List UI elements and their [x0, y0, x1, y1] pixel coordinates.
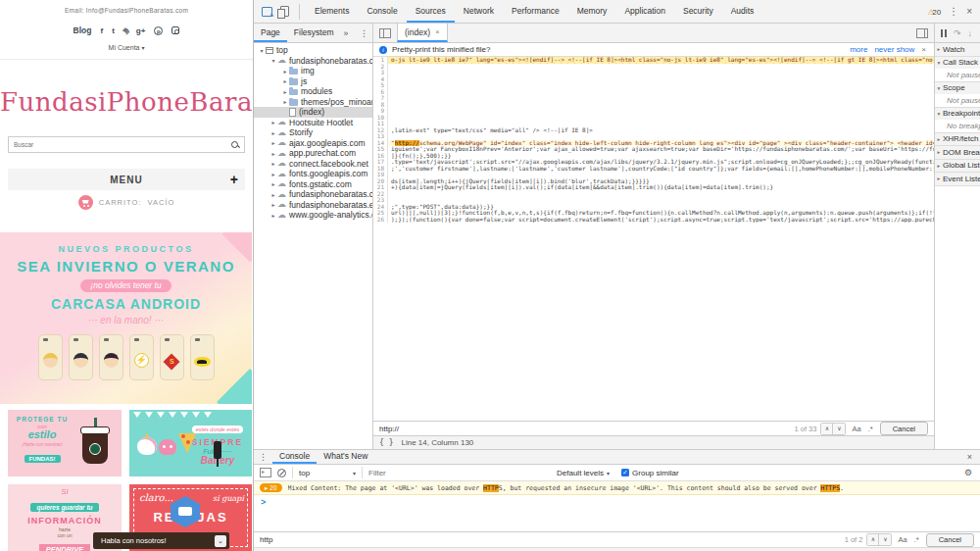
- pause-script-icon[interactable]: [941, 29, 947, 37]
- inspect-element-icon[interactable]: [262, 7, 272, 17]
- chat-collapse-icon[interactable]: ⌄: [215, 535, 226, 547]
- email-link[interactable]: Email: Info@FundasiPhoneBaratas.com: [0, 0, 253, 14]
- facebook-icon[interactable]: f: [100, 26, 103, 35]
- step-over-icon[interactable]: ↷: [954, 28, 961, 38]
- infobar-never-link[interactable]: never show: [874, 45, 914, 54]
- devtools-close-icon[interactable]: ×: [966, 6, 972, 17]
- regex-toggle[interactable]: .*: [914, 535, 919, 544]
- debugger-section-header[interactable]: ▾ Scope: [935, 82, 980, 95]
- tree-item[interactable]: ▸ fundasiphonebaratas.es: [254, 200, 372, 211]
- instagram-icon[interactable]: [172, 26, 179, 34]
- tree-item[interactable]: ▸ Hootsuite Hootlet: [254, 118, 372, 128]
- navigator-menu-icon[interactable]: ⋮: [360, 24, 372, 42]
- tree-item[interactable]: ▸ fonts.gstatic.com: [254, 179, 372, 190]
- group-similar-control[interactable]: ✓ Group similar: [621, 469, 679, 477]
- search-cancel-button[interactable]: Cancel: [880, 422, 928, 435]
- warnings-indicator[interactable]: ⚠ 20: [928, 7, 942, 17]
- console-sidebar-icon[interactable]: [260, 468, 271, 477]
- previous-match-button[interactable]: ∧: [821, 424, 833, 434]
- pretty-print-icon[interactable]: { }: [379, 438, 393, 447]
- drawer-close-icon[interactable]: ×: [967, 450, 980, 464]
- drawer-menu-icon[interactable]: ⋮: [254, 450, 272, 464]
- account-menu[interactable]: Mi Cuenta ▾: [0, 44, 253, 51]
- navigator-tab[interactable]: Filesystem: [287, 24, 341, 42]
- search-input[interactable]: [9, 141, 230, 148]
- debugger-sidebar-toggle-icon[interactable]: [916, 28, 928, 38]
- debugger-section-header[interactable]: ▸ Event Listener Breakpoints: [935, 173, 980, 185]
- debugger-section-header[interactable]: ▸ XHR/fetch Breakpoints: [935, 133, 980, 146]
- infobar-more-link[interactable]: more: [850, 45, 867, 54]
- next-match-button[interactable]: ∨: [879, 534, 891, 545]
- debugger-section-header[interactable]: ▾ Call Stack: [935, 57, 980, 70]
- devtools-tab[interactable]: Audits: [722, 0, 763, 23]
- console-warning-message[interactable]: ▸20 Mixed Content: The page at '<URL>' w…: [254, 481, 980, 495]
- pinterest-icon[interactable]: p: [154, 26, 163, 35]
- navigator-tab[interactable]: Page: [254, 24, 287, 42]
- banner-battery[interactable]: estés donde estés SIEMPRE Full ······· B…: [129, 410, 252, 476]
- match-case-toggle[interactable]: Aa: [852, 425, 860, 433]
- devtools-tab[interactable]: Network: [455, 0, 503, 23]
- previous-match-button[interactable]: ∧: [867, 534, 879, 545]
- tree-item[interactable]: ▾ fundasiphonebaratas.com: [254, 56, 372, 67]
- next-match-button[interactable]: ∨: [833, 424, 845, 434]
- code-line[interactable]: 26 );});(function(){var done=false;var s…: [373, 217, 934, 224]
- console-tab[interactable]: Console: [272, 450, 317, 464]
- console-search-input[interactable]: [254, 535, 845, 544]
- editor-file-tab[interactable]: (index) ×: [397, 24, 448, 42]
- devtools-tab[interactable]: Console: [358, 0, 406, 23]
- cart-row[interactable]: CARRITO: VACÍO: [0, 195, 253, 210]
- tree-item[interactable]: ▸ fonts.googleapis.com: [254, 169, 372, 179]
- device-toolbar-icon[interactable]: [280, 6, 289, 17]
- regex-toggle[interactable]: .*: [868, 425, 873, 433]
- devtools-menu-icon[interactable]: ⋮: [949, 6, 958, 17]
- infobar-close-icon[interactable]: ×: [921, 45, 926, 54]
- tree-item[interactable]: ▸ Storify: [254, 127, 372, 138]
- log-levels-select[interactable]: Default levels ▾: [557, 469, 610, 477]
- console-filter-input[interactable]: [368, 469, 545, 477]
- banner-fundas[interactable]: PROTEGE TU con estilo ¡Hazte con nuestra…: [8, 410, 122, 476]
- console-tab[interactable]: What's New: [317, 450, 374, 464]
- devtools-tab[interactable]: Memory: [568, 0, 616, 23]
- chat-widget[interactable]: Habla con nosotros! ⌄: [93, 532, 229, 549]
- code-editor[interactable]: 1 o-js lt-ie9 lt-ie8 ie7" lang="es-es"><…: [373, 57, 934, 421]
- tree-item[interactable]: ▸ ajax.googleapis.com: [254, 138, 372, 149]
- twitter-icon[interactable]: t: [112, 26, 115, 35]
- devtools-tab[interactable]: Application: [615, 0, 674, 23]
- clear-console-icon[interactable]: [277, 469, 286, 477]
- tree-item[interactable]: ▸ fundasiphonebaratas.com: [254, 189, 372, 200]
- line-number[interactable]: 26: [373, 217, 388, 224]
- tab-close-icon[interactable]: ×: [435, 27, 440, 36]
- navigator-toggle-icon[interactable]: [379, 28, 391, 38]
- step-into-icon[interactable]: ↓: [968, 28, 973, 38]
- main-banner[interactable]: NUEVOS PRODUCTOS SEA INVIERNO O VERANO ¡…: [0, 232, 252, 404]
- menu-bar[interactable]: MENU +: [8, 169, 245, 190]
- repeat-count-badge[interactable]: ▸20: [260, 483, 282, 492]
- frame-context-select[interactable]: top ▾: [299, 469, 356, 477]
- tree-item[interactable]: ▸ js: [254, 76, 372, 87]
- tree-item[interactable]: ▸ modules: [254, 86, 372, 97]
- console-prompt-row[interactable]: >: [254, 495, 980, 508]
- tree-item[interactable]: ▸ app.purechat.com: [254, 148, 372, 159]
- devtools-tab[interactable]: Sources: [407, 0, 455, 23]
- tree-item[interactable]: ▸ connect.facebook.net: [254, 159, 372, 170]
- tree-item[interactable]: ▾ top: [254, 45, 372, 56]
- more-tabs-chevron[interactable]: »: [340, 24, 351, 42]
- blog-link[interactable]: Blog: [74, 25, 92, 35]
- tree-item[interactable]: ▸ themes/pos_minoan3: [254, 97, 372, 108]
- google-plus-icon[interactable]: g+: [136, 26, 146, 35]
- search-icon[interactable]: [230, 140, 240, 150]
- match-case-toggle[interactable]: Aa: [898, 535, 906, 544]
- console-settings-icon[interactable]: ⚙: [964, 468, 980, 477]
- rss-icon[interactable]: ))): [122, 26, 129, 34]
- tree-item[interactable]: ▸ www.google-analytics.com: [254, 210, 372, 221]
- debugger-section-header[interactable]: ▾ Breakpoints: [935, 108, 980, 121]
- debugger-section-header[interactable]: ▸ Watch: [935, 43, 980, 56]
- devtools-tab[interactable]: Security: [674, 0, 722, 23]
- editor-search-input[interactable]: [373, 425, 795, 433]
- menu-expand-icon[interactable]: +: [230, 172, 238, 187]
- debugger-section-header[interactable]: ▸ Global Listeners: [935, 160, 980, 173]
- site-logo[interactable]: FundasiPhoneBaratas: [0, 87, 253, 117]
- tree-item[interactable]: (index): [254, 107, 372, 118]
- checkbox-checked-icon[interactable]: ✓: [621, 469, 629, 476]
- devtools-tab[interactable]: Performance: [503, 0, 568, 23]
